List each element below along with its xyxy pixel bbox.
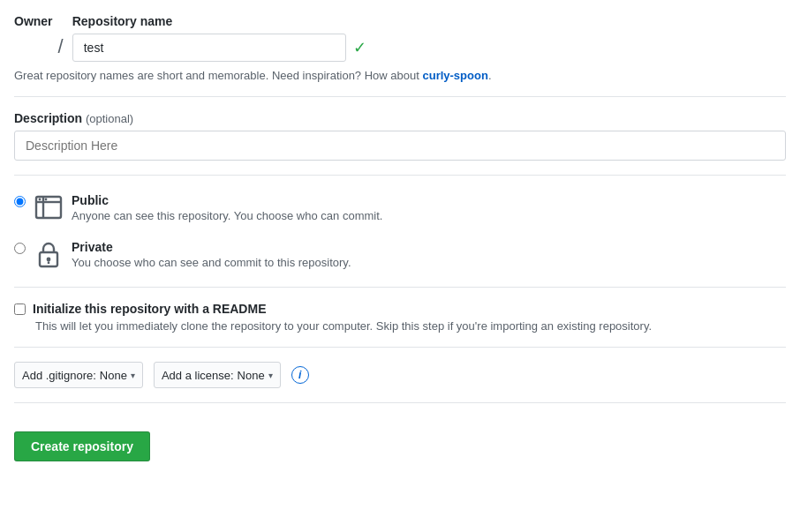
- owner-display: [14, 34, 53, 62]
- svg-point-4: [45, 199, 48, 201]
- description-section: Description (optional): [14, 111, 786, 161]
- suggestion-text: Great repository names are short and mem…: [14, 69, 786, 82]
- license-value: None: [238, 369, 265, 382]
- repo-name-input[interactable]: [72, 34, 346, 62]
- owner-section: Owner: [14, 14, 53, 62]
- public-icon: [34, 193, 63, 221]
- public-description: Anyone can see this repository. You choo…: [72, 209, 382, 222]
- optional-label: (optional): [86, 112, 133, 125]
- public-radio[interactable]: [14, 196, 26, 207]
- addon-row: Add .gitignore: None ▾ Add a license: No…: [14, 362, 786, 388]
- license-arrow: ▾: [268, 371, 273, 380]
- description-label: Description (optional): [14, 111, 786, 125]
- suggestion-link[interactable]: curly-spoon: [422, 69, 487, 82]
- visibility-private-option: Private You choose who can see and commi…: [14, 236, 786, 273]
- license-dropdown[interactable]: Add a license: None ▾: [154, 362, 281, 388]
- owner-label: Owner: [14, 14, 53, 28]
- create-repo-button[interactable]: Create repository: [14, 431, 150, 461]
- create-repo-form: Owner / Repository name ✓ Great reposito…: [14, 14, 786, 461]
- divider-5: [14, 402, 786, 403]
- repo-section: Repository name ✓: [72, 14, 366, 62]
- readme-checkbox[interactable]: [14, 303, 26, 315]
- divider-2: [14, 175, 786, 176]
- valid-check-icon: ✓: [353, 38, 366, 57]
- repo-name-label: Repository name: [72, 14, 366, 28]
- visibility-options: Public Anyone can see this repository. Y…: [14, 190, 786, 273]
- owner-repo-row: Owner / Repository name ✓: [14, 14, 786, 62]
- visibility-public-option: Public Anyone can see this repository. Y…: [14, 190, 786, 226]
- private-radio[interactable]: [14, 243, 26, 254]
- svg-point-3: [39, 199, 42, 201]
- repo-input-wrapper: ✓: [72, 34, 366, 62]
- private-label: Private: [72, 240, 113, 254]
- description-label-text: Description: [14, 111, 82, 125]
- divider-1: [14, 96, 786, 97]
- info-icon[interactable]: i: [291, 366, 309, 384]
- description-input[interactable]: [14, 131, 786, 161]
- gitignore-dropdown[interactable]: Add .gitignore: None ▾: [14, 362, 143, 388]
- suggestion-suffix: .: [488, 69, 492, 82]
- private-icon: [34, 240, 63, 268]
- gitignore-arrow: ▾: [131, 371, 135, 380]
- readme-checkbox-row: Initialize this repository with a README: [14, 302, 786, 316]
- gitignore-value: None: [100, 369, 127, 382]
- public-label: Public: [72, 193, 109, 207]
- separator: /: [58, 35, 64, 58]
- divider-3: [14, 287, 786, 288]
- gitignore-label: Add .gitignore:: [22, 369, 96, 382]
- private-text: Private You choose who can see and commi…: [72, 240, 351, 269]
- divider-4: [14, 347, 786, 348]
- suggestion-prefix: Great repository names are short and mem…: [14, 69, 422, 82]
- readme-label[interactable]: Initialize this repository with a README: [33, 302, 266, 316]
- readme-description: This will let you immediately clone the …: [35, 319, 786, 333]
- svg-point-6: [47, 258, 51, 262]
- license-label: Add a license:: [162, 369, 234, 382]
- private-description: You choose who can see and commit to thi…: [72, 256, 351, 269]
- public-text: Public Anyone can see this repository. Y…: [72, 193, 382, 222]
- readme-section: Initialize this repository with a README…: [14, 302, 786, 388]
